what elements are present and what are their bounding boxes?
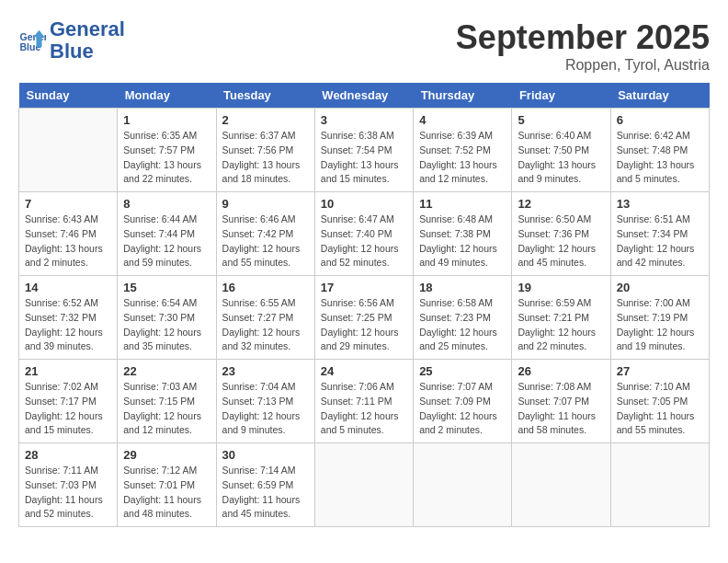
day-info: Sunrise: 7:07 AM Sunset: 7:09 PM Dayligh… <box>419 380 506 438</box>
calendar-cell <box>512 443 610 527</box>
day-number: 27 <box>617 364 703 378</box>
day-info: Sunrise: 6:39 AM Sunset: 7:52 PM Dayligh… <box>419 129 506 187</box>
calendar-cell: 3Sunrise: 6:38 AM Sunset: 7:54 PM Daylig… <box>314 109 413 192</box>
calendar-cell: 14Sunrise: 6:52 AM Sunset: 7:32 PM Dayli… <box>19 276 118 360</box>
calendar-cell: 21Sunrise: 7:02 AM Sunset: 7:17 PM Dayli… <box>19 360 118 443</box>
day-info: Sunrise: 6:59 AM Sunset: 7:21 PM Dayligh… <box>518 296 604 354</box>
weekday-header-thursday: Thursday <box>414 83 512 109</box>
calendar-cell: 26Sunrise: 7:08 AM Sunset: 7:07 PM Dayli… <box>512 360 610 443</box>
day-number: 1 <box>123 113 210 127</box>
calendar-cell: 18Sunrise: 6:58 AM Sunset: 7:23 PM Dayli… <box>414 276 512 360</box>
day-number: 14 <box>25 281 111 294</box>
day-info: Sunrise: 7:08 AM Sunset: 7:07 PM Dayligh… <box>518 380 604 438</box>
day-number: 3 <box>321 113 407 127</box>
day-number: 29 <box>123 448 210 462</box>
weekday-header-tuesday: Tuesday <box>216 83 314 109</box>
logo-line1: General <box>50 18 125 40</box>
day-info: Sunrise: 6:56 AM Sunset: 7:25 PM Dayligh… <box>321 296 407 354</box>
page-header: General Blue General Blue September 2025… <box>18 18 710 74</box>
day-info: Sunrise: 6:40 AM Sunset: 7:50 PM Dayligh… <box>518 129 604 187</box>
calendar-cell: 13Sunrise: 6:51 AM Sunset: 7:34 PM Dayli… <box>610 192 709 276</box>
calendar-cell <box>414 443 512 527</box>
day-info: Sunrise: 7:10 AM Sunset: 7:05 PM Dayligh… <box>617 380 703 438</box>
logo-text: General Blue <box>50 18 125 63</box>
calendar-week-5: 28Sunrise: 7:11 AM Sunset: 7:03 PM Dayli… <box>19 443 710 527</box>
calendar-cell: 4Sunrise: 6:39 AM Sunset: 7:52 PM Daylig… <box>414 109 512 192</box>
logo-icon: General Blue <box>18 27 46 54</box>
day-number: 23 <box>222 364 309 378</box>
weekday-header-friday: Friday <box>512 83 610 109</box>
calendar-cell: 7Sunrise: 6:43 AM Sunset: 7:46 PM Daylig… <box>19 192 118 276</box>
day-number: 4 <box>419 113 506 127</box>
calendar-cell: 20Sunrise: 7:00 AM Sunset: 7:19 PM Dayli… <box>610 276 709 360</box>
day-number: 26 <box>518 364 604 378</box>
calendar-cell: 10Sunrise: 6:47 AM Sunset: 7:40 PM Dayli… <box>314 192 413 276</box>
day-info: Sunrise: 6:35 AM Sunset: 7:57 PM Dayligh… <box>123 129 210 187</box>
day-number: 11 <box>419 197 506 211</box>
weekday-header-saturday: Saturday <box>610 83 709 109</box>
day-number: 19 <box>518 281 604 294</box>
calendar-cell: 17Sunrise: 6:56 AM Sunset: 7:25 PM Dayli… <box>314 276 413 360</box>
calendar-cell: 24Sunrise: 7:06 AM Sunset: 7:11 PM Dayli… <box>314 360 413 443</box>
day-number: 22 <box>123 364 210 378</box>
day-number: 25 <box>419 364 506 378</box>
calendar-cell: 27Sunrise: 7:10 AM Sunset: 7:05 PM Dayli… <box>610 360 709 443</box>
day-number: 13 <box>617 197 703 211</box>
day-number: 9 <box>222 197 309 211</box>
day-number: 18 <box>419 281 506 294</box>
calendar-cell <box>610 443 709 527</box>
day-number: 15 <box>123 281 210 294</box>
weekday-header-wednesday: Wednesday <box>314 83 413 109</box>
day-number: 20 <box>617 281 703 294</box>
logo-line2: Blue <box>50 40 125 63</box>
weekday-header-monday: Monday <box>118 83 216 109</box>
calendar-week-2: 7Sunrise: 6:43 AM Sunset: 7:46 PM Daylig… <box>19 192 710 276</box>
day-number: 12 <box>518 197 604 211</box>
calendar-cell: 19Sunrise: 6:59 AM Sunset: 7:21 PM Dayli… <box>512 276 610 360</box>
calendar-cell: 12Sunrise: 6:50 AM Sunset: 7:36 PM Dayli… <box>512 192 610 276</box>
calendar-cell: 2Sunrise: 6:37 AM Sunset: 7:56 PM Daylig… <box>216 109 314 192</box>
calendar-cell: 23Sunrise: 7:04 AM Sunset: 7:13 PM Dayli… <box>216 360 314 443</box>
calendar-cell: 16Sunrise: 6:55 AM Sunset: 7:27 PM Dayli… <box>216 276 314 360</box>
day-number: 24 <box>321 364 407 378</box>
day-info: Sunrise: 6:55 AM Sunset: 7:27 PM Dayligh… <box>222 296 309 354</box>
calendar-cell: 5Sunrise: 6:40 AM Sunset: 7:50 PM Daylig… <box>512 109 610 192</box>
day-info: Sunrise: 6:51 AM Sunset: 7:34 PM Dayligh… <box>617 213 703 270</box>
calendar-cell: 6Sunrise: 6:42 AM Sunset: 7:48 PM Daylig… <box>610 109 709 192</box>
calendar-cell: 15Sunrise: 6:54 AM Sunset: 7:30 PM Dayli… <box>118 276 216 360</box>
day-number: 30 <box>222 448 309 462</box>
day-number: 5 <box>518 113 604 127</box>
calendar-cell: 30Sunrise: 7:14 AM Sunset: 6:59 PM Dayli… <box>216 443 314 527</box>
day-number: 8 <box>123 197 210 211</box>
calendar-cell <box>19 109 118 192</box>
day-info: Sunrise: 6:48 AM Sunset: 7:38 PM Dayligh… <box>419 213 506 270</box>
month-title: September 2025 <box>456 18 710 57</box>
day-info: Sunrise: 7:03 AM Sunset: 7:15 PM Dayligh… <box>123 380 210 438</box>
day-info: Sunrise: 7:06 AM Sunset: 7:11 PM Dayligh… <box>321 380 407 438</box>
weekday-header-sunday: Sunday <box>19 83 118 109</box>
location: Roppen, Tyrol, Austria <box>456 57 710 74</box>
calendar-week-1: 1Sunrise: 6:35 AM Sunset: 7:57 PM Daylig… <box>19 109 710 192</box>
day-number: 17 <box>321 281 407 294</box>
day-info: Sunrise: 7:00 AM Sunset: 7:19 PM Dayligh… <box>617 296 703 354</box>
day-number: 21 <box>25 364 111 378</box>
day-info: Sunrise: 6:42 AM Sunset: 7:48 PM Dayligh… <box>617 129 703 187</box>
day-info: Sunrise: 7:04 AM Sunset: 7:13 PM Dayligh… <box>222 380 309 438</box>
day-info: Sunrise: 6:54 AM Sunset: 7:30 PM Dayligh… <box>123 296 210 354</box>
calendar-cell: 25Sunrise: 7:07 AM Sunset: 7:09 PM Dayli… <box>414 360 512 443</box>
day-number: 28 <box>25 448 111 462</box>
calendar-table: SundayMondayTuesdayWednesdayThursdayFrid… <box>18 83 710 527</box>
day-number: 10 <box>321 197 407 211</box>
day-info: Sunrise: 6:38 AM Sunset: 7:54 PM Dayligh… <box>321 129 407 187</box>
day-info: Sunrise: 6:50 AM Sunset: 7:36 PM Dayligh… <box>518 213 604 270</box>
day-number: 16 <box>222 281 309 294</box>
calendar-cell: 8Sunrise: 6:44 AM Sunset: 7:44 PM Daylig… <box>118 192 216 276</box>
calendar-cell: 22Sunrise: 7:03 AM Sunset: 7:15 PM Dayli… <box>118 360 216 443</box>
calendar-cell: 29Sunrise: 7:12 AM Sunset: 7:01 PM Dayli… <box>118 443 216 527</box>
day-info: Sunrise: 6:46 AM Sunset: 7:42 PM Dayligh… <box>222 213 309 270</box>
calendar-week-3: 14Sunrise: 6:52 AM Sunset: 7:32 PM Dayli… <box>19 276 710 360</box>
day-number: 7 <box>25 197 111 211</box>
calendar-cell: 11Sunrise: 6:48 AM Sunset: 7:38 PM Dayli… <box>414 192 512 276</box>
logo: General Blue General Blue <box>18 18 125 63</box>
day-info: Sunrise: 6:52 AM Sunset: 7:32 PM Dayligh… <box>25 296 111 354</box>
